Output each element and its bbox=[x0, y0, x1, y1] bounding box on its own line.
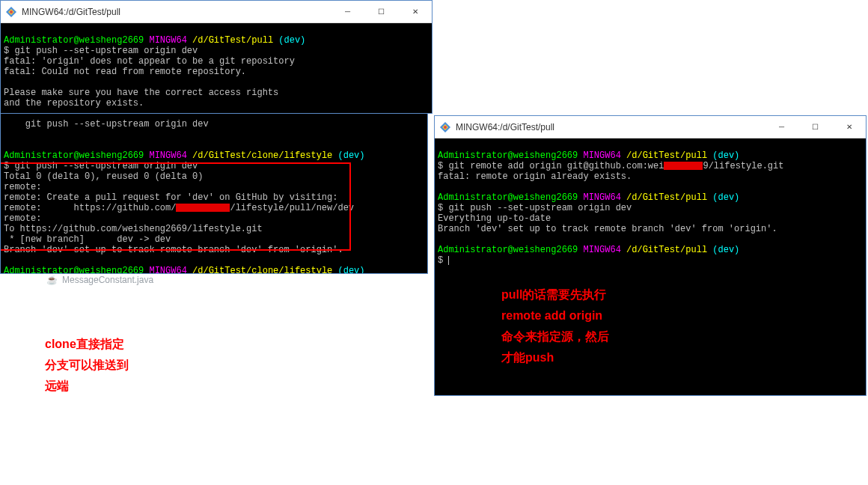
prompt-path: /d/GitTest/clone/lifestyle bbox=[192, 266, 332, 273]
svg-point-5 bbox=[10, 10, 13, 13]
annotation-right: pull的话需要先执行 remote add origin 命令来指定源，然后 … bbox=[501, 284, 609, 368]
redacted-text bbox=[176, 204, 230, 212]
mingw-icon bbox=[439, 121, 451, 133]
prompt-host: MINGW64 bbox=[583, 150, 620, 161]
output-line: remote: bbox=[4, 213, 41, 224]
mingw-icon bbox=[5, 6, 17, 18]
prompt-branch: (dev) bbox=[712, 245, 739, 255]
prompt-host: MINGW64 bbox=[583, 245, 620, 255]
prompt-user: Administrator@weisheng2669 bbox=[4, 266, 144, 273]
titlebar[interactable]: MINGW64:/d/GitTest/pull ─ ☐ ✕ bbox=[1, 1, 432, 23]
editor-tab[interactable]: ☕ MessageConstant.java bbox=[46, 275, 153, 285]
annotation-line: 分支可以推送到 bbox=[45, 355, 129, 376]
cursor bbox=[448, 256, 449, 265]
window-controls: ─ ☐ ✕ bbox=[765, 116, 866, 138]
output-line: git push --set-upstream origin dev bbox=[4, 119, 209, 129]
output-line: and the repository exists. bbox=[4, 98, 144, 109]
file-name: MessageConstant.java bbox=[62, 275, 153, 285]
output-line: Branch 'dev' set up to track remote bran… bbox=[438, 224, 777, 234]
annotation-line: remote add origin bbox=[501, 305, 609, 326]
terminal-window-2: MINGW64:/d/GitTest/pull ─ ☐ ✕ Administra… bbox=[0, 0, 433, 114]
prompt-user: Administrator@weisheng2669 bbox=[4, 150, 144, 161]
prompt-path: /d/GitTest/pull bbox=[626, 192, 707, 203]
prompt-user: Administrator@weisheng2669 bbox=[438, 192, 578, 203]
prompt-branch: (dev) bbox=[712, 192, 739, 203]
prompt-branch: (dev) bbox=[712, 150, 739, 161]
maximize-button[interactable]: ☐ bbox=[798, 116, 832, 138]
cmd-line: $ git remote add origin git@github.com:w… bbox=[438, 161, 783, 171]
annotation-line: 才能push bbox=[501, 347, 609, 368]
prompt-host: MINGW64 bbox=[149, 35, 186, 46]
terminal-window-3: MINGW64:/d/GitTest/pull ─ ☐ ✕ Administra… bbox=[434, 115, 867, 396]
prompt-user: Administrator@weisheng2669 bbox=[4, 35, 144, 46]
close-button[interactable]: ✕ bbox=[398, 1, 432, 22]
cmd-line: $ git push --set-upstream origin dev bbox=[4, 46, 198, 56]
cmd-line: $ git push --set-upstream origin dev bbox=[438, 203, 632, 213]
prompt-path: /d/GitTest/pull bbox=[626, 150, 707, 161]
prompt-host: MINGW64 bbox=[583, 192, 620, 203]
output-line: To https://github.com/weisheng2669/lifes… bbox=[4, 224, 263, 234]
annotation-line: 命令来指定源，然后 bbox=[501, 326, 609, 347]
annotation-left: clone直接指定 分支可以推送到 远端 bbox=[45, 334, 129, 397]
output-line: remote: https://github.com//lifestyle/pu… bbox=[4, 203, 354, 213]
annotation-line: pull的话需要先执行 bbox=[501, 284, 609, 305]
java-file-icon: ☕ bbox=[46, 275, 58, 285]
output-line: Total 0 (delta 0), reused 0 (delta 0) bbox=[4, 171, 203, 182]
redacted-text bbox=[664, 162, 703, 170]
prompt-user: Administrator@weisheng2669 bbox=[438, 150, 578, 161]
output-line: fatal: Could not read from remote reposi… bbox=[4, 67, 246, 77]
cmd-line: $ git push --set-upstream origin dev bbox=[4, 161, 198, 171]
titlebar[interactable]: MINGW64:/d/GitTest/pull ─ ☐ ✕ bbox=[435, 116, 866, 138]
prompt-host: MINGW64 bbox=[149, 266, 186, 273]
window-title: MINGW64:/d/GitTest/pull bbox=[22, 7, 331, 17]
prompt-branch: (dev) bbox=[338, 266, 365, 273]
prompt-path: /d/GitTest/pull bbox=[626, 245, 707, 255]
output-line: fatal: remote origin already exists. bbox=[438, 171, 632, 182]
prompt-branch: (dev) bbox=[338, 150, 365, 161]
terminal-body[interactable]: Administrator@weisheng2669 MINGW64 /d/Gi… bbox=[1, 23, 432, 113]
output-line: Branch 'dev' set up to track remote bran… bbox=[4, 245, 343, 255]
output-line: remote: Create a pull request for 'dev' … bbox=[4, 192, 337, 203]
output-line: Please make sure you have the correct ac… bbox=[4, 88, 278, 98]
prompt-path: /d/GitTest/pull bbox=[192, 35, 273, 46]
annotation-line: 远端 bbox=[45, 376, 129, 397]
prompt-user: Administrator@weisheng2669 bbox=[438, 245, 578, 255]
close-button[interactable]: ✕ bbox=[832, 116, 866, 138]
prompt-host: MINGW64 bbox=[149, 150, 186, 161]
output-line: * [new branch] dev -> dev bbox=[4, 234, 171, 245]
window-title: MINGW64:/d/GitTest/pull bbox=[456, 122, 765, 132]
output-line: Everything up-to-date bbox=[438, 213, 551, 224]
window-controls: ─ ☐ ✕ bbox=[331, 1, 432, 22]
output-line: remote: bbox=[4, 182, 41, 192]
minimize-button[interactable]: ─ bbox=[765, 116, 798, 138]
cmd-line: $ bbox=[438, 255, 448, 266]
svg-point-8 bbox=[444, 126, 447, 129]
output-line: fatal: 'origin' does not appear to be a … bbox=[4, 56, 295, 67]
minimize-button[interactable]: ─ bbox=[331, 1, 364, 22]
annotation-line: clone直接指定 bbox=[45, 334, 129, 355]
terminal-body[interactable]: Administrator@weisheng2669 MINGW64 /d/Gi… bbox=[435, 138, 866, 395]
prompt-path: /d/GitTest/clone/lifestyle bbox=[192, 150, 332, 161]
maximize-button[interactable]: ☐ bbox=[364, 1, 398, 22]
prompt-branch: (dev) bbox=[278, 35, 305, 46]
